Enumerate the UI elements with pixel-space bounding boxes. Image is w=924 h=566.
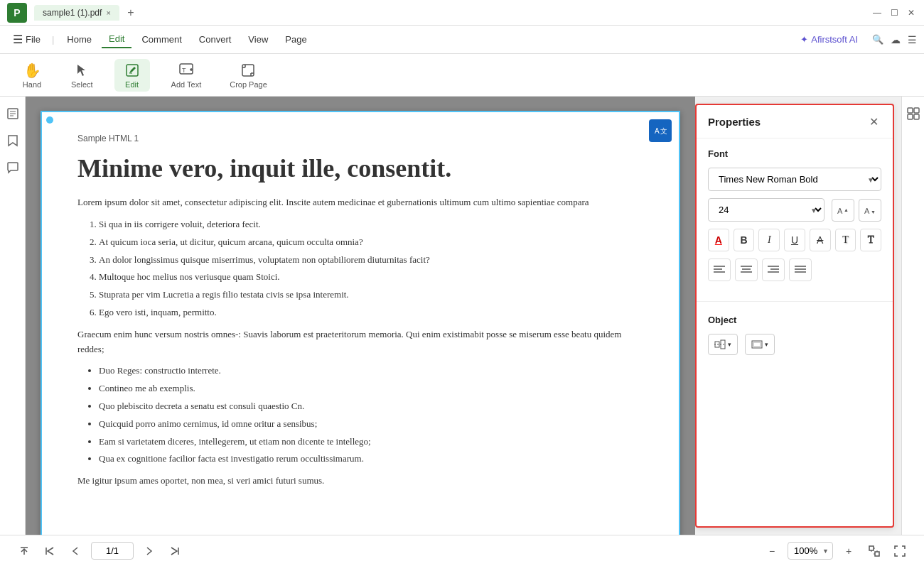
text-shadow-btn[interactable]: T (835, 229, 856, 251)
svg-rect-45 (869, 546, 874, 550)
add-text-icon: T (178, 62, 195, 79)
underline-btn[interactable]: U (784, 229, 805, 251)
list-item: Quo plebiscito decreta a senatu est cons… (99, 399, 643, 414)
main-area: A文 Sample HTML 1 Minime vero, inquit ill… (0, 97, 924, 535)
tool-crop-page[interactable]: Crop Page (222, 59, 274, 92)
menu-page[interactable]: Page (278, 31, 313, 48)
pdf-list2: Duo Reges: constructio interrete. Contin… (99, 364, 643, 467)
pdf-para3: Me igitur ipsum ames oportet, non mea, s… (77, 474, 643, 489)
tool-edit[interactable]: Edit (114, 59, 150, 92)
menu-right: ✦ Afirstsoft AI 🔍 ☁ ☰ (793, 31, 917, 48)
toolbar: ✋ Hand Select Edit T Add Text Crop Page (0, 54, 924, 97)
last-page-btn[interactable] (165, 541, 185, 561)
zoom-level-select[interactable]: 100% 75% 125% 150% (788, 542, 833, 560)
menu-home[interactable]: Home (60, 31, 99, 48)
object-section-title: Object (708, 315, 881, 325)
fullscreen-btn[interactable] (890, 541, 910, 561)
list-item: Eam si varietatem diceres, intellegerem,… (99, 435, 643, 450)
font-size-wrapper: 24 (708, 198, 824, 222)
font-size-increase-btn[interactable]: A▲ (832, 199, 854, 222)
left-sidebar (0, 97, 26, 535)
prev-page-btn[interactable] (65, 541, 85, 561)
first-page-btn[interactable] (40, 541, 60, 561)
file-menu[interactable]: ☰ File (7, 30, 46, 49)
list-item: Multoque hoc melius nos veriusque quam S… (99, 270, 643, 285)
menu-edit[interactable]: Edit (102, 31, 131, 48)
panel-close-btn[interactable]: ✕ (866, 114, 881, 129)
svg-text:文: 文 (660, 127, 667, 135)
list-item: Si qua in iis corrigere voluit, deterior… (99, 217, 643, 232)
new-tab-btn[interactable]: + (122, 4, 139, 21)
title-bar-left: P sample1 (1).pdf × + (7, 3, 139, 23)
font-selector[interactable]: Times New Roman Bold (708, 168, 881, 191)
font-size-buttons: A▲ A▼ (832, 199, 881, 222)
align-justify-btn[interactable] (789, 258, 812, 281)
ai-star-icon: ✦ (800, 34, 808, 45)
object-distribute-arrow: ▾ (765, 341, 768, 348)
next-page-btn[interactable] (139, 541, 159, 561)
font-size-decrease-btn[interactable]: A▼ (859, 199, 881, 222)
format-row: A B I U A T T (708, 229, 881, 251)
font-selector-wrapper: Times New Roman Bold (708, 168, 881, 191)
list-item: At quicum ioca seria, ut dicitur, quicum… (99, 235, 643, 250)
ai-button[interactable]: ✦ Afirstsoft AI (793, 31, 865, 48)
svg-text:A: A (655, 127, 660, 135)
tool-select[interactable]: Select (64, 59, 100, 92)
tab-close-btn[interactable]: × (106, 9, 110, 17)
svg-text:▲: ▲ (844, 207, 849, 212)
font-size-row: 24 A▲ A▼ (708, 198, 881, 222)
pdf-area[interactable]: A文 Sample HTML 1 Minime vero, inquit ill… (26, 97, 695, 535)
svg-text:A: A (864, 207, 870, 215)
menu-convert[interactable]: Convert (192, 31, 239, 48)
settings-btn[interactable]: ☰ (908, 34, 917, 45)
list-item: Quicquid porro animo cernimus, id omne o… (99, 417, 643, 432)
close-btn[interactable]: ✕ (906, 7, 917, 18)
zoom-select-wrapper: 100% 75% 125% 150% (788, 542, 833, 560)
list-item: Stuprata per vim Lucretia a regis filio … (99, 288, 643, 303)
list-item: An dolor longissimus quisque miserrimus,… (99, 253, 643, 268)
text-outline-btn[interactable]: T (860, 229, 881, 251)
fit-page-btn[interactable] (864, 541, 884, 561)
maximize-btn[interactable]: ☐ (888, 7, 900, 18)
sidebar-icon-pages[interactable] (3, 104, 23, 124)
search-btn[interactable]: 🔍 (872, 34, 883, 45)
zoom-out-btn[interactable]: − (762, 541, 782, 561)
tool-add-text[interactable]: T Add Text (164, 59, 209, 92)
list-item: Qua ex cognitione facilior facta est inv… (99, 452, 643, 467)
right-sidebar-icon[interactable] (903, 104, 923, 124)
cloud-btn[interactable]: ☁ (891, 34, 901, 45)
scroll-to-top-btn[interactable] (14, 541, 34, 561)
anchor-top-left (46, 116, 53, 124)
svg-rect-38 (908, 108, 913, 113)
align-right-btn[interactable] (762, 258, 785, 281)
menu-comment[interactable]: Comment (134, 31, 188, 48)
italic-btn[interactable]: I (758, 229, 780, 251)
align-left-btn[interactable] (708, 258, 731, 281)
tool-hand[interactable]: ✋ Hand (14, 59, 50, 92)
font-size-selector[interactable]: 24 (708, 198, 824, 222)
hand-label: Hand (23, 80, 41, 89)
zoom-in-btn[interactable]: + (839, 541, 859, 561)
object-align-btn[interactable]: ▾ (708, 334, 738, 355)
object-distribute-btn[interactable]: ▾ (745, 334, 775, 355)
svg-rect-6 (242, 65, 254, 76)
title-bar-controls: — ☐ ✕ (871, 7, 917, 18)
translate-btn[interactable]: A文 (649, 119, 672, 142)
strikethrough-btn[interactable]: A (810, 229, 831, 251)
minimize-btn[interactable]: — (871, 7, 883, 18)
align-center-btn[interactable] (735, 258, 758, 281)
active-tab[interactable]: sample1 (1).pdf × (34, 5, 119, 21)
font-color-btn[interactable]: A (708, 229, 729, 251)
sidebar-icon-comments[interactable] (3, 158, 23, 178)
page-number-input[interactable] (91, 542, 134, 560)
svg-rect-46 (875, 552, 879, 556)
edit-icon (124, 62, 141, 79)
bold-btn[interactable]: B (734, 229, 755, 251)
sidebar-icon-bookmarks[interactable] (3, 131, 23, 151)
svg-rect-40 (908, 114, 913, 119)
pdf-page: A文 Sample HTML 1 Minime vero, inquit ill… (41, 111, 680, 535)
menu-view[interactable]: View (241, 31, 275, 48)
svg-text:▼: ▼ (871, 209, 876, 214)
properties-panel: Properties ✕ Font Times New Roman Bold 2… (695, 104, 894, 528)
list-item: Contineo me ab exemplis. (99, 381, 643, 396)
